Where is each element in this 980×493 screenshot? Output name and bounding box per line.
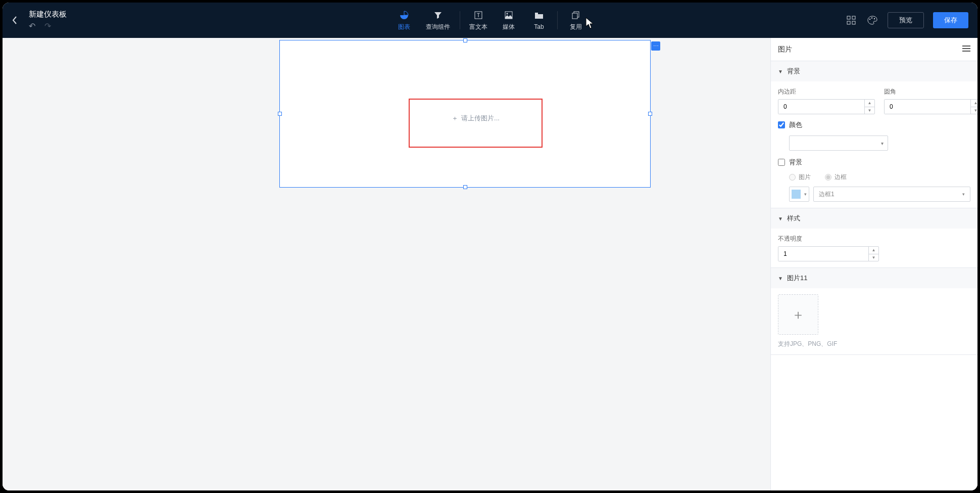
radius-step-down[interactable]: ▼ xyxy=(971,107,980,114)
theme-icon-button[interactable] xyxy=(866,14,878,26)
svg-point-12 xyxy=(869,19,870,20)
component-menu-button[interactable]: ⋯ xyxy=(651,41,660,51)
tool-reuse-label: 复用 xyxy=(570,23,582,31)
upload-hint: 支持JPG、PNG、GIF xyxy=(778,340,970,348)
tool-media-label: 媒体 xyxy=(503,23,515,31)
bg-label: 背景 xyxy=(789,158,802,167)
header-actions: 预览 保存 xyxy=(845,12,977,28)
opacity-input[interactable]: ▲▼ xyxy=(778,246,879,261)
toolbar: 图表 查询组件 T 富文本 媒体 Tab xyxy=(389,3,591,38)
color-checkbox[interactable] xyxy=(778,121,785,128)
opacity-input-field[interactable] xyxy=(778,247,868,261)
redo-button[interactable]: ↷ xyxy=(44,21,51,31)
resize-handle-top[interactable] xyxy=(463,38,467,42)
preview-button[interactable]: 预览 xyxy=(888,12,924,28)
filter-icon xyxy=(434,10,442,21)
resize-handle-left[interactable] xyxy=(278,112,282,116)
padding-step-up[interactable]: ▲ xyxy=(865,100,874,107)
chevron-down-icon: ▾ xyxy=(962,192,965,197)
opacity-step-up[interactable]: ▲ xyxy=(869,247,878,254)
section-background-header[interactable]: ▼ 背景 xyxy=(771,61,977,81)
tool-richtext[interactable]: T 富文本 xyxy=(463,3,494,38)
page-title: 新建仪表板 xyxy=(29,10,67,19)
caret-down-icon: ▼ xyxy=(778,276,783,281)
svg-point-3 xyxy=(507,13,508,14)
section-background: ▼ 背景 内边距 ▲▼ 圆角 ▲▼ xyxy=(771,61,977,208)
svg-point-13 xyxy=(871,17,872,18)
plus-icon: ＋ xyxy=(452,114,458,123)
tool-query-label: 查询组件 xyxy=(426,23,450,31)
radius-input[interactable]: ▲▼ xyxy=(884,99,980,114)
padding-step-down[interactable]: ▼ xyxy=(865,107,874,114)
tool-tab[interactable]: Tab xyxy=(524,3,554,38)
svg-rect-7 xyxy=(572,13,577,19)
upload-image-box[interactable]: ＋ 请上传图片... xyxy=(409,99,543,148)
bg-radio-border[interactable]: 边框 xyxy=(825,173,847,182)
padding-label: 内边距 xyxy=(778,87,875,96)
caret-down-icon: ▼ xyxy=(778,216,783,221)
back-button[interactable] xyxy=(3,3,27,38)
border-color-swatch[interactable]: ▾ xyxy=(789,187,809,202)
color-select[interactable]: ▾ xyxy=(789,136,888,151)
tool-reuse[interactable]: 复用 xyxy=(561,3,591,38)
section-image: ▼ 图片11 ＋ 支持JPG、PNG、GIF xyxy=(771,268,977,355)
workspace[interactable]: ⋯ ＋ 请上传图片... xyxy=(3,38,770,490)
svg-rect-11 xyxy=(852,21,855,24)
tool-tab-label: Tab xyxy=(534,23,544,30)
panel-header: 图片 xyxy=(771,38,977,61)
save-button[interactable]: 保存 xyxy=(933,12,968,28)
text-icon: T xyxy=(474,10,482,21)
opacity-step-down[interactable]: ▼ xyxy=(869,254,878,261)
image-component-selected[interactable]: ⋯ ＋ 请上传图片... xyxy=(279,40,651,188)
svg-rect-9 xyxy=(852,16,855,19)
image-icon xyxy=(505,10,513,21)
tool-chart[interactable]: 图表 xyxy=(389,3,419,38)
plus-icon: ＋ xyxy=(792,306,805,324)
opacity-label: 不透明度 xyxy=(778,235,879,243)
tool-chart-label: 图表 xyxy=(398,23,410,31)
bg-radio-image[interactable]: 图片 xyxy=(789,173,811,182)
topbar: 新建仪表板 ↶ ↷ 图表 查询组件 T 富文本 xyxy=(3,3,977,38)
radius-label: 圆角 xyxy=(884,87,980,96)
canvas[interactable]: ⋯ ＋ 请上传图片... xyxy=(3,38,770,490)
chevron-down-icon: ▾ xyxy=(881,141,884,146)
border-style-select[interactable]: 边框1 ▾ xyxy=(813,187,970,202)
layout-icon-button[interactable] xyxy=(845,14,857,26)
toolbar-separator-2 xyxy=(557,11,558,29)
caret-down-icon: ▼ xyxy=(778,69,783,74)
tool-query[interactable]: 查询组件 xyxy=(419,3,457,38)
panel-menu-button[interactable] xyxy=(962,46,970,53)
undo-button[interactable]: ↶ xyxy=(29,21,35,31)
svg-text:T: T xyxy=(477,13,480,18)
color-label: 颜色 xyxy=(789,120,802,129)
toolbar-separator xyxy=(460,11,460,29)
tool-richtext-label: 富文本 xyxy=(469,23,487,31)
properties-panel: 图片 ▼ 背景 内边距 ▲▼ 圆角 xyxy=(770,38,977,490)
svg-point-14 xyxy=(874,18,875,19)
section-style: ▼ 样式 不透明度 ▲▼ xyxy=(771,208,977,268)
copy-icon xyxy=(572,10,580,21)
padding-input[interactable]: ▲▼ xyxy=(778,99,875,114)
radius-step-up[interactable]: ▲ xyxy=(971,100,980,107)
section-image-header[interactable]: ▼ 图片11 xyxy=(771,268,977,288)
upload-image-button[interactable]: ＋ xyxy=(778,294,818,335)
resize-handle-bottom[interactable] xyxy=(463,185,467,189)
resize-handle-right[interactable] xyxy=(648,112,652,116)
padding-input-field[interactable] xyxy=(778,100,864,114)
svg-rect-4 xyxy=(535,14,543,19)
svg-rect-10 xyxy=(847,21,850,24)
panel-title: 图片 xyxy=(778,45,792,54)
tab-icon xyxy=(534,10,544,21)
bg-checkbox[interactable] xyxy=(778,159,785,166)
upload-placeholder-text: 请上传图片... xyxy=(461,114,500,123)
svg-rect-8 xyxy=(847,16,850,19)
chart-icon xyxy=(400,10,409,21)
radius-input-field[interactable] xyxy=(885,100,970,114)
section-style-header[interactable]: ▼ 样式 xyxy=(771,208,977,229)
svg-rect-5 xyxy=(535,13,538,14)
tool-media[interactable]: 媒体 xyxy=(494,3,524,38)
